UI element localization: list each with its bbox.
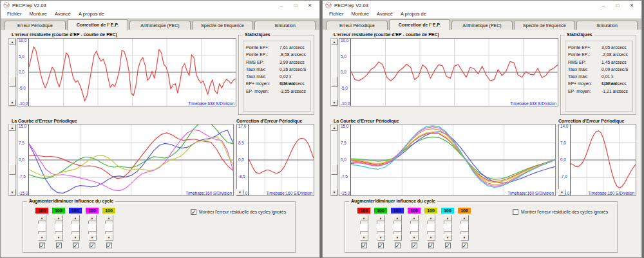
cycle-decrease-button[interactable]: ▼ bbox=[377, 234, 385, 241]
correction-scroll-down-button[interactable]: ▼ bbox=[558, 189, 565, 195]
cycle-enabled-checkbox[interactable]: ✓ bbox=[106, 243, 112, 248]
scroll-thumb[interactable] bbox=[9, 164, 15, 175]
scroll-up-button[interactable]: ▲ bbox=[331, 124, 337, 131]
cycle-enabled-checkbox[interactable]: ✓ bbox=[395, 243, 401, 248]
cycle-slider-track[interactable] bbox=[360, 221, 368, 234]
cycle-slider-thumb[interactable] bbox=[427, 224, 435, 232]
tab-simulation[interactable]: Simulation bbox=[576, 21, 638, 30]
cycle-enabled-checkbox[interactable]: ✓ bbox=[428, 243, 434, 248]
cycle-slider-track[interactable] bbox=[444, 221, 452, 234]
cycle-slider-thumb[interactable] bbox=[38, 224, 46, 232]
cycle-decrease-button[interactable]: ▼ bbox=[88, 234, 97, 241]
cycle-slider-track[interactable] bbox=[427, 221, 435, 234]
tab-correction-de-l-e-p-[interactable]: Correction de l' E.P. bbox=[389, 19, 450, 30]
close-button[interactable]: ✕ bbox=[625, 1, 639, 10]
cycle-increase-button[interactable]: ▲ bbox=[444, 215, 452, 221]
cycle-enabled-checkbox[interactable]: ✓ bbox=[361, 243, 367, 248]
cycle-slider-track[interactable] bbox=[38, 221, 46, 234]
cycle-increase-button[interactable]: ▲ bbox=[427, 215, 435, 221]
cycle-enabled-checkbox[interactable]: ✓ bbox=[412, 243, 417, 248]
menu-item-monture[interactable]: Monture bbox=[348, 11, 374, 17]
cycle-slider-track[interactable] bbox=[71, 221, 80, 234]
cycle-enabled-checkbox[interactable]: ✓ bbox=[56, 243, 62, 248]
scroll-down-button[interactable]: ▼ bbox=[331, 189, 337, 195]
cycle-decrease-button[interactable]: ▼ bbox=[38, 234, 46, 241]
tab-correction-de-l-e-p-[interactable]: Correction de l' E.P. bbox=[67, 19, 128, 30]
scroll-up-button[interactable]: ▲ bbox=[9, 39, 15, 45]
cycle-slider-track[interactable] bbox=[105, 221, 113, 234]
maximize-button[interactable]: □ bbox=[611, 1, 625, 10]
close-button[interactable]: ✕ bbox=[303, 1, 317, 10]
scroll-track[interactable] bbox=[9, 45, 15, 99]
cycle-slider-thumb[interactable] bbox=[71, 224, 80, 232]
cycle-decrease-button[interactable]: ▼ bbox=[55, 234, 63, 241]
scroll-up-button[interactable]: ▲ bbox=[9, 124, 15, 131]
cycle-decrease-button[interactable]: ▼ bbox=[444, 234, 452, 241]
cycle-decrease-button[interactable]: ▼ bbox=[410, 234, 419, 241]
show-ignored-checkbox[interactable]: ✓ bbox=[191, 209, 196, 215]
cycle-enabled-checkbox[interactable]: ✓ bbox=[462, 243, 468, 248]
scroll-thumb[interactable] bbox=[9, 77, 15, 87]
cycle-decrease-button[interactable]: ▼ bbox=[71, 234, 80, 241]
cycle-slider-thumb[interactable] bbox=[444, 224, 452, 232]
scroll-thumb[interactable] bbox=[331, 164, 337, 175]
cycle-increase-button[interactable]: ▲ bbox=[105, 215, 113, 221]
cycle-increase-button[interactable]: ▲ bbox=[460, 215, 469, 221]
scroll-thumb[interactable] bbox=[331, 77, 337, 87]
cycle-slider-thumb[interactable] bbox=[460, 224, 469, 232]
cycle-slider-thumb[interactable] bbox=[55, 224, 63, 232]
cycle-enabled-checkbox[interactable]: ✓ bbox=[378, 243, 384, 248]
cycle-increase-button[interactable]: ▲ bbox=[360, 215, 368, 221]
cycle-decrease-button[interactable]: ▼ bbox=[427, 234, 435, 241]
cycle-enabled-checkbox[interactable]: ✓ bbox=[90, 243, 95, 248]
cycle-slider-thumb[interactable] bbox=[88, 224, 97, 232]
scroll-track[interactable] bbox=[331, 131, 337, 189]
tab-erreur-periodique[interactable]: Erreur Périodique bbox=[5, 21, 66, 30]
tab-spectre-de-frequence[interactable]: Spectre de fréquence bbox=[192, 21, 253, 30]
cycle-decrease-button[interactable]: ▼ bbox=[360, 234, 368, 241]
cycle-increase-button[interactable]: ▲ bbox=[410, 215, 419, 221]
menu-item-fichier[interactable]: Fichier bbox=[325, 11, 348, 17]
tab-simulation[interactable]: Simulation bbox=[254, 21, 316, 30]
scroll-down-button[interactable]: ▼ bbox=[9, 99, 15, 106]
menu-item-avance[interactable]: Avancé bbox=[51, 11, 75, 17]
scroll-down-button[interactable]: ▼ bbox=[331, 99, 337, 106]
cycle-increase-button[interactable]: ▲ bbox=[393, 215, 402, 221]
cycle-increase-button[interactable]: ▲ bbox=[71, 215, 80, 221]
cycle-enabled-checkbox[interactable]: ✓ bbox=[445, 243, 451, 248]
menu-item-avance[interactable]: Avancé bbox=[373, 11, 397, 17]
cycle-increase-button[interactable]: ▲ bbox=[88, 215, 97, 221]
show-ignored-checkbox[interactable] bbox=[513, 209, 518, 215]
cycle-increase-button[interactable]: ▲ bbox=[55, 215, 63, 221]
cycle-slider-thumb[interactable] bbox=[377, 224, 385, 232]
cycle-slider-track[interactable] bbox=[88, 221, 97, 234]
cycle-decrease-button[interactable]: ▼ bbox=[393, 234, 402, 241]
cycle-slider-track[interactable] bbox=[410, 221, 419, 234]
scroll-down-button[interactable]: ▼ bbox=[9, 189, 15, 195]
maximize-button[interactable]: □ bbox=[289, 1, 303, 10]
cycle-slider-track[interactable] bbox=[460, 221, 469, 234]
cycle-decrease-button[interactable]: ▼ bbox=[460, 234, 469, 241]
tab-arithmetique-pec-[interactable]: Arithmétique (PEC) bbox=[129, 21, 191, 30]
cycle-slider-track[interactable] bbox=[393, 221, 402, 234]
cycle-slider-thumb[interactable] bbox=[393, 224, 402, 232]
cycle-enabled-checkbox[interactable]: ✓ bbox=[39, 243, 45, 248]
cycle-slider-thumb[interactable] bbox=[360, 224, 368, 232]
cycle-increase-button[interactable]: ▲ bbox=[38, 215, 46, 221]
scroll-up-button[interactable]: ▲ bbox=[331, 39, 337, 45]
cycle-slider-thumb[interactable] bbox=[105, 224, 113, 232]
menu-item-monture[interactable]: Monture bbox=[26, 11, 52, 17]
menu-item-a-propos-de[interactable]: A propos de bbox=[397, 11, 430, 17]
cycle-slider-track[interactable] bbox=[377, 221, 385, 234]
correction-scroll-down-button[interactable]: ▼ bbox=[236, 189, 243, 195]
scroll-track[interactable] bbox=[331, 45, 337, 99]
menu-item-fichier[interactable]: Fichier bbox=[3, 11, 26, 17]
cycle-enabled-checkbox[interactable]: ✓ bbox=[73, 243, 79, 248]
cycle-increase-button[interactable]: ▲ bbox=[377, 215, 385, 221]
cycle-slider-thumb[interactable] bbox=[410, 224, 419, 232]
cycle-decrease-button[interactable]: ▼ bbox=[105, 234, 113, 241]
minimize-button[interactable]: – bbox=[274, 1, 289, 10]
tab-spectre-de-frequence[interactable]: Spectre de fréquence bbox=[514, 21, 575, 30]
cycle-slider-track[interactable] bbox=[55, 221, 63, 234]
minimize-button[interactable]: – bbox=[596, 1, 611, 10]
